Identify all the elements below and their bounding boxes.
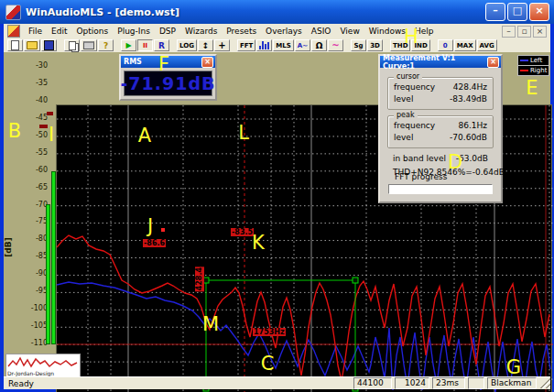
legend-right: Right — [517, 65, 549, 76]
open-file-button[interactable] — [24, 39, 40, 51]
menu-asio[interactable]: ASIO — [307, 26, 336, 37]
pause-button[interactable]: II — [137, 39, 153, 51]
menu-help[interactable]: Help — [410, 26, 439, 37]
peak-hold-mark — [39, 125, 48, 128]
pan-button[interactable]: + — [214, 39, 230, 51]
menu-plugins[interactable]: Plug-Ins — [113, 26, 155, 37]
app-icon — [5, 5, 21, 20]
marker-label: -83.5 — [231, 228, 254, 236]
peak-level-value: -70.60dB — [450, 133, 487, 142]
play-icon: ▶ — [125, 41, 131, 49]
window-title: WinAudioMLS - [demo.wst] — [26, 6, 485, 18]
status-samplerate: 44100 — [353, 377, 392, 389]
legend-right-label: Right — [530, 67, 547, 74]
mdi-child-icon[interactable] — [7, 25, 20, 38]
y-tick-label: -100 — [9, 304, 48, 312]
print-icon — [83, 41, 94, 49]
max-button[interactable]: MAX — [454, 39, 476, 51]
vertical-arrows-icon: ↕ — [202, 41, 210, 50]
logo-text: Dr-Jordan-Design — [7, 370, 54, 376]
signal-generator-button[interactable]: Sg — [351, 39, 366, 51]
thd-button[interactable]: THD — [390, 39, 410, 51]
copy-icon — [69, 41, 76, 50]
cursor-group-label: cursor — [394, 72, 422, 81]
menu-bar: File Edit Options Plug-Ins DSP Wizards P… — [4, 24, 550, 39]
y-tick-label: -85 — [9, 252, 48, 260]
status-empty-panel — [468, 377, 484, 389]
menu-presets[interactable]: Presets — [222, 26, 261, 37]
zero-button[interactable]: 0 — [438, 39, 453, 51]
measurement-window[interactable]: Measurement V:1 Curve:1 × cursor frequen… — [378, 54, 503, 203]
y-tick-label: -60 — [9, 166, 48, 174]
y-tick-label: -35 — [9, 79, 48, 87]
save-file-button[interactable] — [41, 39, 57, 51]
status-window-function: Blackman — [487, 377, 537, 389]
y-tick-label: -30 — [9, 61, 48, 70]
selection-handle[interactable] — [353, 278, 358, 283]
status-bar: Ready 44100 1024 23ms Blackman — [4, 376, 550, 389]
level-meter-bar — [46, 204, 50, 344]
new-file-button[interactable] — [7, 39, 23, 51]
ind-button[interactable]: IND — [411, 39, 429, 51]
mdi-restore-button[interactable]: ▫ — [517, 26, 531, 38]
measurement-close-icon[interactable]: × — [487, 57, 499, 68]
play-button[interactable]: ▶ — [121, 39, 136, 51]
status-fft-size: 1024 — [395, 377, 429, 389]
marker-label: -86.6 — [143, 239, 166, 247]
y-tick-label: -50 — [9, 131, 48, 139]
record-button[interactable]: R — [154, 39, 169, 51]
mls-button[interactable]: MLS — [273, 39, 293, 51]
resize-grip[interactable] — [539, 378, 550, 388]
status-latency: 23ms — [432, 377, 465, 389]
open-folder-icon — [27, 41, 38, 49]
menu-view[interactable]: View — [335, 26, 364, 37]
legend-right-line — [520, 70, 528, 71]
menu-file[interactable]: File — [24, 26, 47, 37]
close-button[interactable]: × — [529, 3, 549, 21]
minimize-button[interactable]: – — [485, 3, 505, 21]
menu-dsp[interactable]: DSP — [155, 26, 180, 37]
rms-window[interactable]: RMS × -71.91dB — [119, 54, 217, 101]
curve-marker-point[interactable] — [161, 228, 165, 232]
cursor-frequency-label: frequency — [394, 82, 435, 92]
menu-windows[interactable]: Windows — [364, 26, 410, 37]
logo-waveform — [8, 358, 77, 366]
mdi-close-button[interactable]: × — [533, 26, 547, 38]
mdi-minimize-button[interactable]: – — [502, 26, 516, 38]
impedance-button[interactable]: Ω — [311, 39, 327, 51]
y-tick-label: -80 — [9, 234, 48, 243]
sine-wave-icon: ~ — [331, 40, 339, 50]
help-button[interactable]: ? — [98, 39, 114, 51]
a-weighting-button[interactable]: A~ — [295, 39, 310, 51]
log-scale-button[interactable]: LOG — [177, 39, 197, 51]
avg-button[interactable]: AVG — [477, 39, 497, 51]
peak-hold-mark — [47, 112, 53, 115]
spectrum-bars-icon — [259, 41, 269, 49]
record-icon: R — [158, 41, 165, 50]
cursor-frequency-value: 428.4Hz — [453, 82, 487, 92]
y-tick-label: -45 — [9, 114, 48, 122]
y-tick-label: -95 — [9, 287, 48, 295]
maximize-button[interactable]: □ — [507, 3, 527, 21]
menu-edit[interactable]: Edit — [47, 26, 71, 37]
menu-wizards[interactable]: Wizards — [180, 26, 222, 37]
sine-wave-button[interactable]: ~ — [328, 39, 343, 51]
cursor-level-value: -83.49dB — [450, 94, 487, 103]
menu-options[interactable]: Options — [72, 26, 114, 37]
copy-button[interactable] — [64, 39, 80, 51]
print-button[interactable] — [81, 39, 97, 51]
rms-window-title: RMS — [124, 58, 142, 66]
toolbar: ? ▶ II R LOG ↕ + FFT MLS A~ Ω ~ Sg 3D TH… — [4, 38, 550, 52]
rms-window-titlebar[interactable]: RMS × — [121, 56, 215, 68]
rms-close-icon[interactable]: × — [201, 57, 213, 68]
fft-button[interactable]: FFT — [237, 39, 255, 51]
measurement-window-titlebar[interactable]: Measurement V:1 Curve:1 × — [380, 56, 501, 68]
menu-overlays[interactable]: Overlays — [261, 26, 307, 37]
peak-group: peak frequency 86.1Hz level -70.60dB — [387, 115, 494, 148]
help-icon: ? — [103, 41, 108, 50]
spectrum-button[interactable] — [256, 39, 272, 51]
move-cross-icon: + — [218, 40, 225, 50]
3d-button[interactable]: 3D — [367, 39, 383, 51]
y-tick-label: -55 — [9, 148, 48, 157]
vertical-zoom-button[interactable]: ↕ — [198, 39, 213, 51]
